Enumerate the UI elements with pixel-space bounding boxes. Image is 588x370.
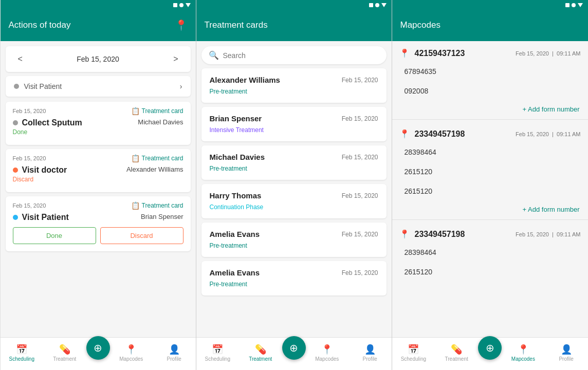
treatment-card-link-2[interactable]: 📋 Treatment card [131,154,183,162]
bottom-nav-2: 📅 Scheduling 💊 Treatment ⊕ 📍 Mapcodes 👤 … [196,337,392,370]
status-bar-2 [196,0,392,10]
nav-treatment-1[interactable]: 💊 Treatment [43,344,86,362]
done-button[interactable]: Done [13,227,96,244]
action-name-2: Visit doctor [22,165,67,175]
search-container: 🔍 [196,41,392,68]
scheduling-label-3: Scheduling [401,356,426,362]
nav-profile-1[interactable]: 👤 Profile [153,344,196,362]
treatment-card-1[interactable]: Alexander Williams Feb 15, 2020 Pre-trea… [201,68,387,103]
location-icon-1: 📍 [175,19,188,31]
panel-treatment-cards: Treatment cards 🔍 Alexander Williams Feb… [196,0,392,370]
treatment-card-4[interactable]: Harry Thomas Feb 15, 2020 Continuation P… [201,184,387,218]
action-main-3: Visit Patient Brian Spenser [13,213,183,222]
nav-treatment-3[interactable]: 💊 Treatment [435,344,478,362]
tc-date-6: Feb 15, 2020 [342,269,378,276]
scheduling-label-2: Scheduling [205,356,230,362]
fab-icon-2: ⊕ [289,342,298,354]
treatment-card-link-3[interactable]: 📋 Treatment card [131,201,183,210]
status-icon-1 [173,3,177,7]
treatment-card-icon-1: 📋 [131,107,140,115]
mapcode-id-2: 23349457198 [415,130,511,139]
mapcodes-icon-1: 📍 [125,344,137,355]
action-status-1: Done [13,128,82,136]
profile-label-3: Profile [559,356,573,362]
content-area-3: 📍 42159437123 Feb 15, 2020 | 09:11 AM 67… [392,41,588,337]
next-date-button[interactable]: > [169,52,182,66]
tc-name-1: Alexander Williams [210,76,280,84]
tc-phase-4: Continuation Phase [210,203,264,211]
fab-icon-1: ⊕ [94,342,102,354]
treatment-label-1: Treatment [53,356,76,362]
nav-scheduling-2[interactable]: 📅 Scheduling [196,344,240,362]
treatment-icon-1: 💊 [59,344,70,355]
treatment-card-link-1[interactable]: 📋 Treatment card [131,107,183,115]
tc-phase-2: Intensive Treatment [210,126,264,134]
nav-fab-2[interactable]: ⊕ [282,336,306,360]
tc-header-4: Harry Thomas Feb 15, 2020 [210,191,378,200]
tc-name-3: Michael Davies [210,153,265,161]
treatment-card-6[interactable]: Amelia Evans Feb 15, 2020 Pre-treatment [201,261,387,295]
action-main-1: Collect Sputum Done Michael Davies [13,118,183,136]
filter-row[interactable]: Visit Patient › [6,76,191,97]
add-form-link-1[interactable]: + Add form number [392,101,588,117]
treatment-label-2: Treatment [249,356,272,362]
mapcode-meta-2: Feb 15, 2020 | 09:11 AM [516,131,580,137]
action-person-1: Michael Davies [138,118,183,126]
search-input[interactable] [223,51,379,60]
mapcode-header-3: 📍 23349457198 Feb 15, 2020 | 09:11 AM [392,224,588,242]
add-form-link-2[interactable]: + Add form number [392,201,588,217]
status-icon-4 [369,3,373,7]
action-title-2: Visit doctor [13,165,67,175]
tc-name-5: Amelia Evans [210,230,260,238]
map-pin-icon-1: 📍 [399,48,410,58]
divider-2 [392,219,588,220]
status-bar-1 [1,0,196,10]
tc-date-3: Feb 15, 2020 [342,154,378,161]
fab-icon-3: ⊕ [486,342,494,354]
bottom-nav-1: 📅 Scheduling 💊 Treatment ⊕ 📍 Mapcodes 👤 … [1,337,196,370]
tc-date-4: Feb 15, 2020 [342,192,378,199]
tc-phase-5: Pre-treatment [210,242,247,249]
treatment-card-label-2: Treatment card [142,155,183,162]
treatment-card-5[interactable]: Amelia Evans Feb 15, 2020 Pre-treatment [201,223,387,257]
tc-header-3: Michael Davies Feb 15, 2020 [210,153,378,161]
nav-scheduling-3[interactable]: 📅 Scheduling [392,344,435,362]
prev-date-button[interactable]: < [14,52,27,66]
action-title-3: Visit Patient [13,213,69,222]
nav-mapcodes-1[interactable]: 📍 Mapcodes [110,344,153,362]
mapcode-number-3b: 2615120 [397,263,583,281]
action-buttons-3: Done Discard [13,227,183,244]
tc-date-5: Feb 15, 2020 [342,231,378,238]
tc-name-4: Harry Thomas [210,191,262,200]
nav-profile-3[interactable]: 👤 Profile [545,344,588,362]
mapcode-number-3a: 28398464 [397,243,583,262]
treatment-card-2[interactable]: Brian Spenser Feb 15, 2020 Intensive Tre… [201,107,387,141]
action-card-header-3: Feb 15, 2020 📋 Treatment card [13,201,183,210]
action-main-2: Visit doctor Discard Alexander Williams [13,165,183,183]
filter-chevron-icon: › [180,82,182,90]
treatment-icon-3: 💊 [451,344,462,355]
treatment-card-label-1: Treatment card [142,107,183,115]
nav-fab-3[interactable]: ⊕ [478,336,502,360]
map-pin-icon-2: 📍 [399,129,410,139]
mapcode-header-2: 📍 23349457198 Feb 15, 2020 | 09:11 AM [392,124,588,142]
nav-scheduling-1[interactable]: 📅 Scheduling [1,344,44,362]
map-pin-icon-3: 📍 [399,229,410,239]
profile-label-1: Profile [167,356,181,362]
action-date-3: Feb 15, 2020 [13,202,46,209]
nav-treatment-2[interactable]: 💊 Treatment [239,344,282,362]
treatment-card-label-3: Treatment card [142,202,183,209]
nav-mapcodes-3[interactable]: 📍 Mapcodes [502,344,545,362]
action-card-header-2: Feb 15, 2020 📋 Treatment card [13,154,183,162]
nav-profile-2[interactable]: 👤 Profile [348,344,392,362]
treatment-card-3[interactable]: Michael Davies Feb 15, 2020 Pre-treatmen… [201,145,387,180]
action-card-header-1: Feb 15, 2020 📋 Treatment card [13,107,183,115]
app-header-2: Treatment cards [196,10,392,41]
date-navigator: < Feb 15, 2020 > [6,46,191,72]
action-title-group-3: Visit Patient [13,213,69,222]
action-name-1: Collect Sputum [22,118,82,127]
tc-name-2: Brian Spenser [210,114,262,123]
discard-button[interactable]: Discard [100,227,183,244]
nav-fab-1[interactable]: ⊕ [86,336,110,360]
nav-mapcodes-2[interactable]: 📍 Mapcodes [306,344,349,362]
